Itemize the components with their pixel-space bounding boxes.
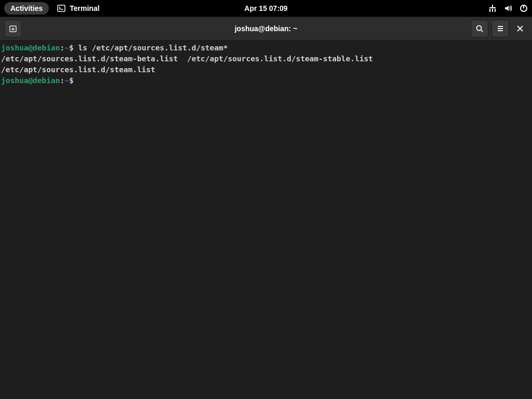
gnome-top-bar: Activities Terminal Apr 15 07:09: [0, 0, 532, 17]
menu-button[interactable]: [491, 20, 509, 37]
svg-rect-4: [495, 9, 496, 12]
activities-button[interactable]: Activities: [4, 2, 49, 15]
window-title: joshua@debian: ~: [235, 24, 298, 33]
svg-rect-0: [58, 5, 65, 11]
command-text: ls /etc/apt/sources.list.d/steam*: [78, 44, 228, 52]
status-area[interactable]: [488, 4, 528, 12]
prompt-path: ~: [64, 76, 69, 85]
prompt-separator: :: [60, 76, 65, 85]
new-tab-button[interactable]: [4, 20, 22, 37]
prompt-dollar: $: [69, 44, 78, 52]
terminal-viewport[interactable]: joshua@debian:~$ ls /etc/apt/sources.lis…: [0, 41, 532, 399]
svg-rect-2: [489, 9, 490, 12]
prompt-user-host: joshua@debian: [1, 44, 60, 52]
svg-line-12: [481, 30, 483, 32]
terminal-icon: [57, 4, 65, 12]
prompt-user-host: joshua@debian: [1, 76, 60, 85]
volume-icon[interactable]: [504, 4, 512, 12]
top-bar-left: Activities Terminal: [4, 2, 100, 15]
window-titlebar: joshua@debian: ~: [0, 17, 532, 41]
close-button[interactable]: [512, 21, 528, 36]
prompt-dollar: $: [69, 76, 78, 85]
titlebar-right: [471, 20, 528, 37]
search-button[interactable]: [471, 20, 488, 37]
output-line: /etc/apt/sources.list.d/steam-beta.list …: [1, 55, 373, 63]
app-menu[interactable]: Terminal: [57, 4, 99, 12]
app-name-label: Terminal: [70, 4, 99, 12]
svg-rect-3: [492, 9, 493, 12]
clock[interactable]: Apr 15 07:09: [244, 4, 287, 12]
prompt-separator: :: [60, 44, 65, 52]
prompt-path: ~: [64, 44, 69, 52]
svg-point-11: [477, 26, 482, 31]
network-icon[interactable]: [488, 4, 497, 12]
power-icon[interactable]: [520, 4, 528, 12]
svg-rect-5: [489, 7, 496, 8]
output-line: /etc/apt/sources.list.d/steam.list: [1, 65, 155, 74]
